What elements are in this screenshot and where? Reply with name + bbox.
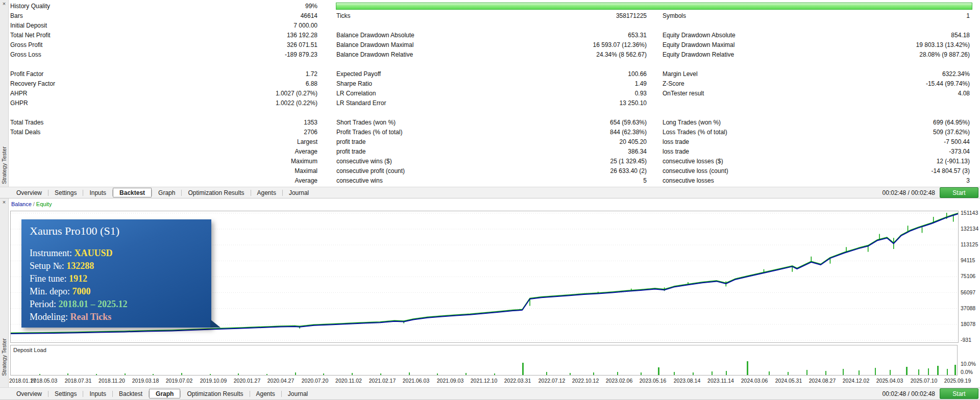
tab-optimization-results[interactable]: Optimization Results (181, 388, 249, 399)
strategy-info-box: Xaurus Pro100 (S1) Instrument: XAUUSDSet… (21, 219, 211, 328)
stats-gap (317, 147, 336, 157)
deposit-load-bar (238, 373, 239, 375)
tab-overview[interactable]: Overview (10, 187, 48, 198)
x-tick-label: 2020.11.02 (335, 378, 362, 384)
stats-cell: 1.72 (189, 69, 317, 79)
stats-cell: Maximum (189, 157, 317, 166)
stats-gap (647, 98, 663, 108)
close-icon[interactable]: × (0, 198, 8, 206)
x-tick-label: 2019.07.02 (166, 378, 193, 384)
x-tick-label: 2025.04.03 (876, 378, 903, 384)
tab-graph[interactable]: Graph (152, 187, 181, 198)
deposit-load-bar (437, 373, 438, 375)
stats-cell: 12 (-901.13) (856, 157, 970, 166)
stats-cell: 854.18 (856, 31, 970, 40)
stats-cell: 386.34 (525, 147, 647, 157)
tabbar-status: 00:02:48 / 00:02:48 Start (883, 388, 980, 399)
stats-cell: 136 192.28 (189, 31, 317, 40)
deposit-load-bar (658, 367, 659, 375)
deposit-load-bar (712, 371, 713, 375)
x-tick-label: 2022.07.12 (538, 378, 566, 384)
deposit-load-bar (522, 363, 524, 375)
stats-gap (317, 31, 336, 40)
start-button[interactable]: Start (940, 388, 978, 399)
x-tick-label: 2024.05.31 (775, 378, 802, 384)
stats-cell: 1.49 (525, 79, 647, 89)
stats-cell: 1353 (189, 118, 317, 128)
tab-inputs[interactable]: Inputs (83, 388, 112, 399)
strategy-tester-panel-strip: × Strategy Tester (0, 198, 9, 387)
stats-gap (317, 157, 336, 166)
stats-cell: Short Trades (won %) (336, 118, 525, 128)
stats-gap (647, 79, 663, 89)
stats-cell: 25 (1 329.45) (525, 157, 647, 166)
stats-cell: 4.08 (856, 89, 970, 98)
x-tick-label: 2024.08.27 (809, 378, 836, 384)
tab-settings[interactable]: Settings (48, 187, 83, 198)
info-line: Instrument: XAUUSD (30, 247, 211, 260)
stats-cell: 1 (856, 11, 970, 21)
tab-journal[interactable]: Journal (283, 187, 315, 198)
legend-balance: Balance (11, 201, 32, 207)
tab-settings[interactable]: Settings (48, 388, 83, 399)
tab-backtest[interactable]: Backtest (113, 188, 152, 197)
deposit-load-bar (906, 367, 908, 375)
elapsed-time: 00:02:48 / 00:02:48 (883, 189, 935, 196)
stats-cell: 16 593.07 (12.36%) (525, 40, 647, 50)
y-tick-label: 37088 (961, 305, 975, 311)
tab-agents[interactable]: Agents (250, 388, 281, 399)
stats-cell: 20 405.20 (525, 137, 647, 147)
stats-cell: consecutive losses ($) (663, 157, 856, 166)
x-tick-label: 2021.12.10 (471, 378, 498, 384)
stats-gap (317, 166, 336, 176)
tabbar-top: OverviewSettingsInputsBacktestGraphOptim… (0, 187, 980, 198)
stats-cell: 7 000.00 (189, 21, 317, 31)
close-icon[interactable]: × (0, 0, 8, 8)
stats-row: Largestprofit trade20 405.20loss trade-7… (10, 137, 980, 147)
tab-backtest[interactable]: Backtest (113, 388, 149, 399)
stats-gap (647, 118, 663, 128)
x-tick-label: 2019.10.09 (200, 378, 227, 384)
start-button[interactable]: Start (940, 187, 978, 198)
y-tick-label: -931 (961, 337, 971, 343)
stats-cell: 844 (62.38%) (525, 128, 647, 137)
stats-cell: 699 (64.95%) (856, 118, 970, 128)
stats-cell: loss trade (663, 147, 856, 157)
x-tick-label: 2025.07.10 (911, 378, 938, 384)
tab-journal[interactable]: Journal (282, 388, 314, 399)
stats-cell: 26 633.40 (2) (525, 166, 647, 176)
stats-row: Total Net Profit136 192.28Balance Drawdo… (10, 31, 980, 40)
stats-cell: Gross Profit (10, 40, 189, 50)
strategy-tester-window: × Strategy Tester History Quality 99% Ba… (0, 0, 980, 400)
stats-cell: Balance Drawdown Absolute (336, 31, 525, 40)
history-quality-value: 99% (189, 2, 317, 11)
stats-cell (336, 21, 525, 31)
stats-row: Averageprofit trade386.34loss trade-373.… (10, 147, 980, 157)
tab-optimization-results[interactable]: Optimization Results (182, 187, 250, 198)
stats-cell: Profit Trades (% of total) (336, 128, 525, 137)
stats-row: Profit Factor1.72Expected Payoff100.66Ma… (10, 69, 980, 79)
tab-inputs[interactable]: Inputs (83, 187, 112, 198)
x-tick-label: 2018.07.31 (65, 378, 92, 384)
stats-cell: 1.0022 (0.22%) (189, 98, 317, 108)
stats-cell: Profit Factor (10, 69, 189, 79)
deposit-load-bar (693, 372, 694, 375)
x-tick-label: 2018.11.20 (99, 378, 125, 384)
stats-cell (663, 98, 856, 108)
deposit-load-bar (769, 371, 770, 375)
tabbar-status: 00:02:48 / 00:02:48 Start (883, 187, 980, 198)
stats-gap (647, 40, 663, 50)
info-line: Period: 2018.01 – 2025.12 (30, 298, 211, 311)
stats-cell: -189 879.23 (189, 50, 317, 60)
tab-agents[interactable]: Agents (251, 187, 282, 198)
tab-graph[interactable]: Graph (149, 389, 180, 398)
info-line: Modeling: Real Ticks (30, 311, 211, 323)
deposit-load-bar (125, 373, 126, 375)
x-tick-label: 2019.03.18 (132, 378, 159, 384)
tab-overview[interactable]: Overview (10, 388, 48, 399)
stats-cell: Equity Drawdown Relative (663, 50, 856, 60)
stats-cell (856, 21, 970, 31)
stats-row: Total Deals2706Profit Trades (% of total… (10, 128, 980, 137)
stats-row: Maximumconsecutive wins ($)25 (1 329.45)… (10, 157, 980, 166)
deposit-load-bar (806, 370, 807, 375)
